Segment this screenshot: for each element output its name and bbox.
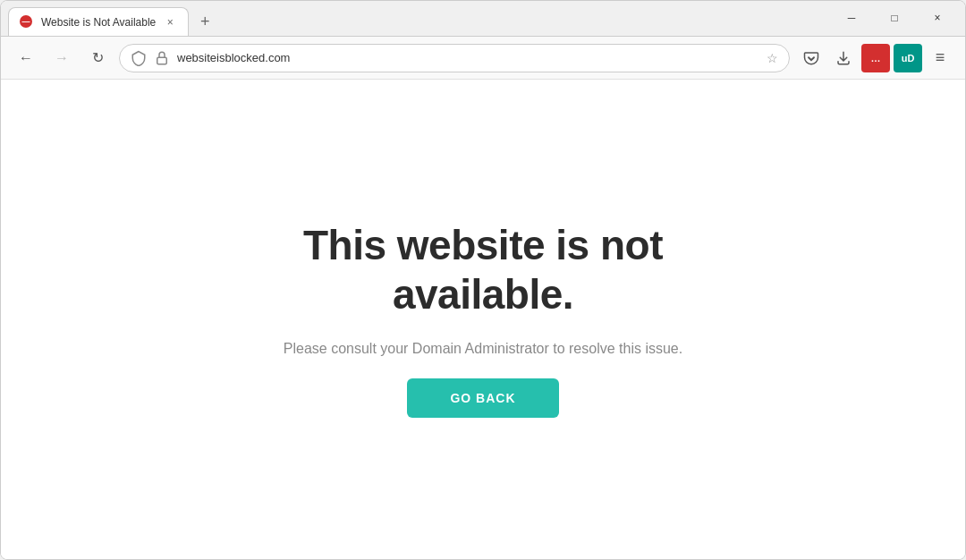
new-tab-button[interactable]: + (192, 9, 217, 34)
tab-favicon: — (20, 15, 34, 30)
close-button[interactable]: × (917, 5, 958, 30)
refresh-button[interactable]: ↻ (83, 44, 112, 72)
active-tab[interactable]: — Website is Not Available × (8, 7, 189, 36)
lock-icon (154, 50, 170, 66)
url-text: websiteisblocked.com (177, 51, 759, 64)
tab-error-icon: — (20, 15, 32, 28)
bookmark-star-icon[interactable]: ☆ (767, 51, 778, 65)
tab-close-button[interactable]: × (163, 15, 177, 30)
ublocker-button[interactable]: uD (894, 44, 922, 72)
browser-window: — Website is Not Available × + ─ □ × ← →… (0, 0, 966, 560)
page-content: This website is notavailable. Please con… (1, 80, 965, 559)
minimize-button[interactable]: ─ (831, 5, 872, 30)
menu-button[interactable]: ≡ (926, 44, 954, 72)
title-bar: — Website is Not Available × + ─ □ × (1, 1, 965, 37)
forward-button[interactable]: → (47, 44, 76, 72)
toolbar-right: … uD ≡ (797, 44, 954, 72)
nav-bar: ← → ↻ websiteisblocked.com ☆ (1, 37, 965, 80)
svg-rect-0 (157, 57, 167, 64)
main-heading: This website is notavailable. (303, 221, 663, 319)
sub-text: Please consult your Domain Administrator… (284, 341, 682, 357)
address-bar[interactable]: websiteisblocked.com ☆ (119, 44, 790, 72)
shield-icon (131, 50, 147, 66)
extensions-button[interactable]: … (861, 44, 890, 72)
go-back-button[interactable]: GO BACK (407, 378, 558, 418)
maximize-button[interactable]: □ (874, 5, 915, 30)
tab-title: Website is Not Available (41, 16, 156, 29)
window-controls: ─ □ × (831, 5, 958, 30)
download-button[interactable] (829, 44, 858, 72)
pocket-button[interactable] (797, 44, 826, 72)
back-button[interactable]: ← (12, 44, 40, 72)
